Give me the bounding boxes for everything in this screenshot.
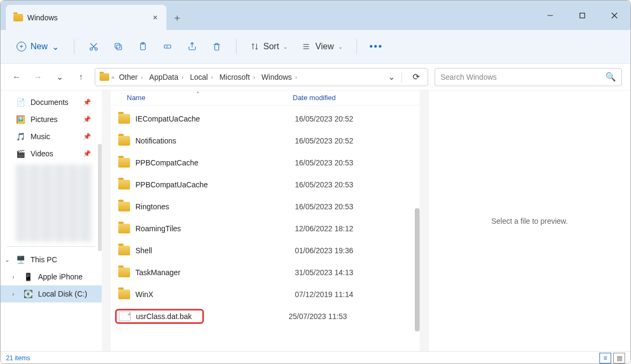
chevron-down-icon: ⌄ [52, 42, 59, 52]
file-row[interactable]: IECompatUaCache16/05/2023 20:52 [111, 108, 420, 130]
file-name: TaskManager [135, 268, 295, 277]
new-button[interactable]: + New ⌄ [10, 39, 65, 55]
folder-icon [118, 290, 130, 299]
file-name: Notifications [135, 136, 295, 145]
file-date: 25/07/2023 11:53 [288, 312, 374, 321]
sidebar-item-localdisk[interactable]: ›💽Local Disk (C:) [1, 285, 102, 302]
file-row[interactable]: Notifications16/05/2023 20:52 [111, 130, 420, 151]
breadcrumb-item[interactable]: Local› [188, 72, 215, 82]
folder-icon [118, 268, 130, 277]
documents-icon: 📄 [16, 97, 25, 107]
file-icon [119, 312, 131, 321]
address-dropdown[interactable]: ⌄ [388, 72, 395, 82]
sidebar-item-documents[interactable]: 📄Documents📌 [1, 94, 102, 111]
blurred-items [16, 164, 92, 242]
separator [74, 39, 74, 54]
list-scrollbar[interactable] [415, 208, 420, 331]
sidebar-item-videos[interactable]: 🎬Videos📌 [1, 145, 102, 162]
rename-button[interactable]: A [157, 36, 178, 57]
cut-button[interactable] [83, 36, 104, 57]
sidebar-scrollbar[interactable] [98, 144, 102, 251]
refresh-button[interactable]: ⟳ [408, 72, 423, 82]
sidebar-item-pictures[interactable]: 🖼️Pictures📌 [1, 111, 102, 128]
forward-button[interactable]: → [31, 70, 45, 85]
file-row[interactable]: Ringtones16/05/2023 20:53 [111, 195, 420, 217]
window-controls [534, 1, 630, 30]
file-date: 16/05/2023 20:52 [295, 115, 381, 123]
search-box[interactable]: 🔍 [435, 68, 622, 86]
view-button[interactable]: View ⌄ [296, 39, 347, 55]
sort-button[interactable]: Sort ⌄ [245, 39, 293, 55]
file-row[interactable]: PPBCompatUaCache16/05/2023 20:53 [111, 173, 420, 195]
close-window-button[interactable] [598, 1, 630, 30]
music-icon: 🎵 [16, 132, 25, 141]
gutter [102, 90, 111, 351]
item-count: 21 items [6, 354, 30, 362]
pc-icon: 🖥️ [16, 255, 25, 264]
file-row[interactable]: Shell01/06/2023 19:36 [111, 239, 420, 261]
chevron-right-icon[interactable]: › [12, 291, 14, 297]
file-date: 07/12/2019 11:14 [295, 290, 381, 299]
file-row[interactable]: usrClass.dat.bak25/07/2023 11:53 [111, 305, 420, 327]
pictures-icon: 🖼️ [16, 115, 25, 124]
file-name: Shell [135, 246, 295, 255]
search-input[interactable] [440, 73, 605, 81]
titlebar: Windows ✕ ＋ [1, 1, 630, 30]
gutter [420, 90, 428, 351]
pin-icon: 📌 [83, 116, 91, 123]
chevron-down-icon[interactable]: ⌄ [5, 256, 10, 263]
file-row[interactable]: WinX07/12/2019 11:14 [111, 283, 420, 305]
file-name: PPBCompatCache [135, 158, 295, 167]
preview-empty-text: Select a file to preview. [491, 217, 568, 225]
details-view-button[interactable]: ≡ [599, 353, 611, 363]
sidebar-item-thispc[interactable]: ⌄🖥️This PC [1, 251, 102, 268]
file-name: usrClass.dat.bak [136, 312, 198, 321]
preview-pane: Select a file to preview. [428, 90, 630, 351]
sidebar-item-iphone[interactable]: ›📱Apple iPhone [1, 268, 102, 285]
icons-view-button[interactable]: ▦ [613, 353, 625, 363]
copy-button[interactable] [108, 36, 129, 57]
folder-icon [118, 158, 130, 168]
file-row[interactable]: RoamingTiles12/06/2022 18:12 [111, 217, 420, 239]
back-button[interactable]: ← [9, 70, 24, 85]
file-date: 16/05/2023 20:53 [295, 158, 381, 167]
separator [236, 39, 237, 54]
chevron-right-icon[interactable]: › [12, 274, 14, 280]
more-button[interactable]: ••• [366, 36, 387, 57]
folder-icon [118, 224, 130, 233]
recent-button[interactable]: ⌄ [52, 70, 67, 85]
folder-icon [118, 136, 130, 146]
new-tab-button[interactable]: ＋ [166, 5, 188, 30]
main-area: 📄Documents📌 🖼️Pictures📌 🎵Music📌 🎬Videos📌… [1, 90, 630, 351]
breadcrumb-item[interactable]: AppData› [147, 72, 186, 82]
folder-icon [118, 202, 130, 211]
delete-button[interactable] [206, 36, 227, 57]
breadcrumb-item[interactable]: Microsoft› [217, 72, 257, 82]
file-name: PPBCompatUaCache [135, 180, 295, 189]
breadcrumb-item[interactable]: Other› [117, 72, 145, 82]
overflow-chevrons[interactable]: « [111, 74, 115, 80]
paste-button[interactable] [132, 36, 154, 57]
plus-icon: + [17, 42, 26, 51]
folder-icon [100, 73, 109, 81]
svg-rect-1 [580, 13, 585, 18]
file-row[interactable]: PPBCompatCache16/05/2023 20:53 [111, 151, 420, 173]
minimize-button[interactable] [534, 1, 566, 30]
address-row: ← → ⌄ ↑ « Other› AppData› Local› Microso… [1, 64, 630, 90]
file-row[interactable]: TaskManager31/05/2023 14:13 [111, 261, 420, 283]
share-button[interactable] [181, 36, 203, 57]
folder-icon [118, 180, 130, 189]
column-date[interactable]: Date modified [293, 94, 378, 102]
address-bar[interactable]: « Other› AppData› Local› Microsoft› Wind… [95, 68, 428, 86]
column-name[interactable]: ˄Name [127, 94, 293, 102]
maximize-button[interactable] [566, 1, 598, 30]
up-button[interactable]: ↑ [73, 70, 88, 85]
sidebar-item-music[interactable]: 🎵Music📌 [1, 128, 102, 145]
breadcrumb-item[interactable]: Windows› [260, 72, 299, 82]
column-headers: ˄Name Date modified [111, 90, 420, 105]
file-date: 31/05/2023 14:13 [295, 268, 381, 277]
active-tab[interactable]: Windows ✕ [6, 5, 166, 30]
svg-rect-8 [117, 45, 121, 50]
close-tab-button[interactable]: ✕ [151, 14, 159, 21]
file-name: RoamingTiles [135, 224, 295, 233]
